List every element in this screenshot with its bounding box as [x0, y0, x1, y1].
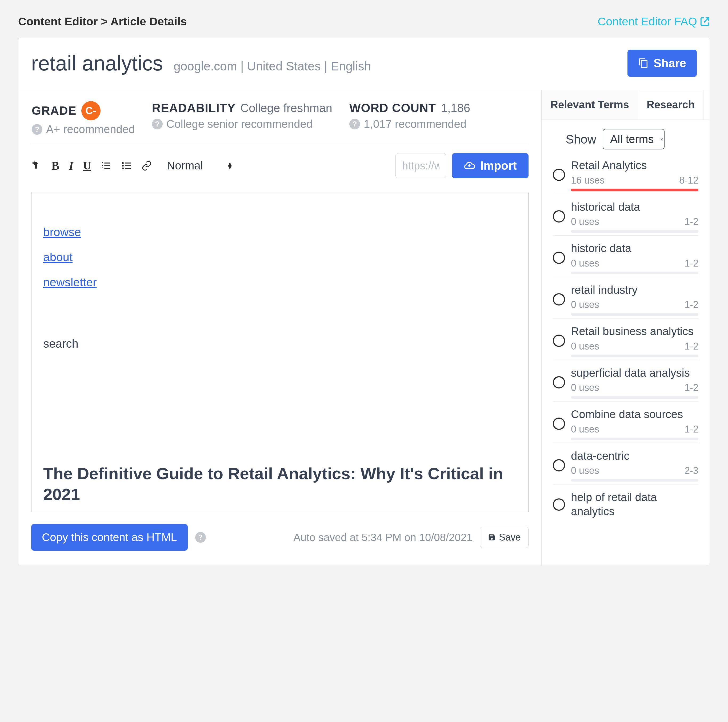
bold-button[interactable]: B: [52, 159, 59, 173]
term-range: 1-2: [685, 299, 698, 310]
term-name: help of retail data analytics: [571, 491, 698, 518]
svg-point-0: [122, 162, 124, 164]
unordered-list-icon[interactable]: [121, 160, 132, 171]
editor-link[interactable]: newsletter: [43, 276, 517, 289]
term-range: 1-2: [685, 258, 698, 269]
grade-label: GRADE: [32, 104, 76, 118]
help-icon[interactable]: ?: [349, 119, 360, 129]
term-row[interactable]: Combine data sources0 uses1-2: [553, 401, 698, 443]
term-name: historic data: [571, 241, 698, 256]
italic-button[interactable]: I: [69, 159, 73, 173]
grade-rec: A+ recommended: [46, 123, 135, 136]
term-name: retail industry: [571, 283, 698, 297]
share-label: Share: [654, 57, 686, 70]
term-row[interactable]: help of retail data analytics: [553, 484, 698, 521]
term-radio[interactable]: [553, 210, 565, 222]
breadcrumb: Content Editor > Article Details: [18, 15, 187, 28]
import-label: Import: [480, 159, 517, 172]
term-row[interactable]: historic data0 uses1-2: [553, 235, 698, 277]
term-uses: 0 uses: [571, 382, 599, 393]
save-label: Save: [499, 532, 521, 543]
help-icon[interactable]: ?: [195, 532, 206, 543]
term-radio[interactable]: [553, 459, 565, 471]
term-uses: 0 uses: [571, 341, 599, 352]
term-radio[interactable]: [553, 418, 565, 430]
term-row[interactable]: Retail Analytics16 uses8-12: [553, 158, 698, 194]
paragraph-direction-icon[interactable]: [31, 160, 42, 171]
wordcount-value: 1,186: [441, 101, 470, 115]
term-progress: [571, 438, 698, 440]
term-progress: [571, 479, 698, 481]
term-name: historical data: [571, 200, 698, 214]
save-button[interactable]: Save: [480, 527, 529, 548]
cloud-download-icon: [464, 160, 475, 171]
format-select[interactable]: Normal ▲▼: [167, 159, 233, 172]
format-value: Normal: [167, 159, 203, 172]
svg-point-2: [122, 167, 124, 169]
term-name: superficial data analysis: [571, 366, 698, 380]
term-name: Retail Analytics: [571, 158, 698, 173]
import-url-input[interactable]: [396, 153, 446, 178]
tab-relevant-terms[interactable]: Relevant Terms: [541, 90, 638, 120]
grade-badge: C-: [81, 101, 101, 120]
readability-value: College freshman: [240, 101, 332, 115]
term-range: 8-12: [679, 175, 698, 186]
tab-research[interactable]: Research: [638, 90, 704, 120]
sort-arrows-icon: ▲▼: [227, 162, 233, 169]
faq-link[interactable]: Content Editor FAQ: [598, 15, 710, 28]
readability-label: READABILITY: [152, 101, 236, 115]
editor-link[interactable]: browse: [43, 225, 517, 239]
term-uses: 0 uses: [571, 299, 599, 310]
term-radio[interactable]: [553, 334, 565, 347]
help-icon[interactable]: ?: [32, 124, 43, 135]
term-uses: 0 uses: [571, 216, 599, 227]
copy-icon: [638, 58, 649, 69]
autosave-status: Auto saved at 5:34 PM on 10/08/2021: [293, 532, 473, 544]
wordcount-label: WORD COUNT: [349, 101, 436, 115]
term-radio[interactable]: [553, 376, 565, 388]
term-range: 1-2: [685, 341, 698, 352]
term-radio[interactable]: [553, 169, 565, 181]
term-row[interactable]: retail industry0 uses1-2: [553, 277, 698, 319]
content-editor[interactable]: browse about newsletter search The Defin…: [31, 192, 529, 512]
term-range: 1-2: [685, 424, 698, 435]
faq-label: Content Editor FAQ: [598, 15, 697, 28]
term-radio[interactable]: [553, 498, 565, 511]
import-button[interactable]: Import: [452, 153, 529, 178]
term-name: data-centric: [571, 449, 698, 463]
save-icon: [488, 533, 496, 541]
ordered-list-icon[interactable]: [101, 160, 112, 171]
filter-label: Show: [566, 132, 596, 147]
term-uses: 0 uses: [571, 465, 599, 476]
copy-html-button[interactable]: Copy this content as HTML: [31, 524, 188, 551]
readability-rec: College senior recommended: [167, 118, 313, 130]
editor-text: search: [43, 337, 517, 350]
term-radio[interactable]: [553, 251, 565, 264]
term-range: 1-2: [685, 216, 698, 227]
term-progress: [571, 313, 698, 316]
term-range: 1-2: [685, 382, 698, 393]
help-icon[interactable]: ?: [152, 119, 163, 129]
term-row[interactable]: historical data0 uses1-2: [553, 194, 698, 236]
term-uses: 0 uses: [571, 258, 599, 269]
svg-point-1: [122, 165, 124, 167]
link-icon[interactable]: [141, 160, 152, 171]
term-uses: 0 uses: [571, 424, 599, 435]
term-row[interactable]: data-centric0 uses2-3: [553, 443, 698, 484]
term-progress: [571, 396, 698, 399]
term-row[interactable]: Retail business analytics0 uses1-2: [553, 318, 698, 360]
term-radio[interactable]: [553, 293, 565, 305]
term-uses: 16 uses: [571, 175, 604, 186]
term-progress: [571, 271, 698, 274]
underline-button[interactable]: U: [83, 159, 91, 172]
page-title: retail analytics: [31, 51, 163, 75]
term-progress: [571, 355, 698, 357]
editor-link[interactable]: about: [43, 251, 517, 264]
term-name: Combine data sources: [571, 408, 698, 422]
filter-select[interactable]: All terms: [603, 129, 665, 149]
serp-meta: google.com | United States | English: [174, 59, 371, 74]
term-row[interactable]: superficial data analysis0 uses1-2: [553, 360, 698, 402]
share-button[interactable]: Share: [627, 50, 697, 77]
term-range: 2-3: [685, 465, 698, 476]
editor-heading: The Definitive Guide to Retail Analytics…: [43, 463, 517, 504]
